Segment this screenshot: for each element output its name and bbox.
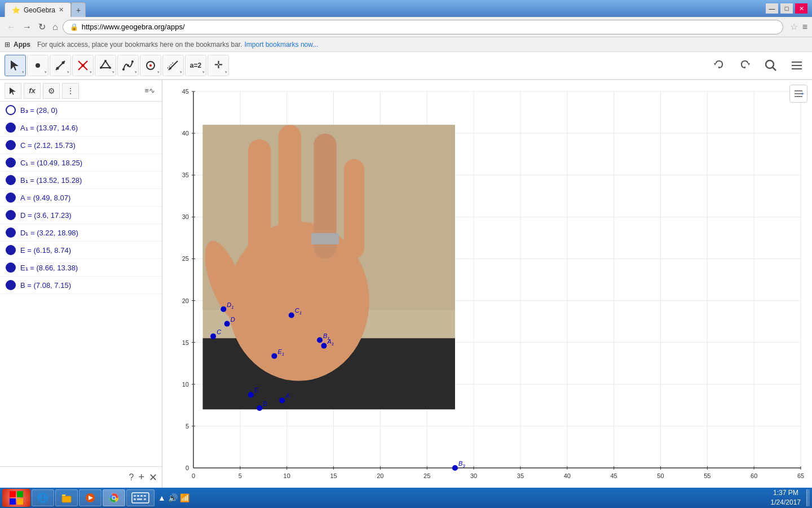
taskbar-chrome-btn[interactable] <box>103 489 125 506</box>
import-bookmarks-link[interactable]: Import bookmarks now... <box>245 41 319 49</box>
sidebar-add-area: ? + ✕ <box>0 466 162 488</box>
tool-conic[interactable]: ▾ <box>140 55 161 76</box>
svg-text:10: 10 <box>284 472 290 479</box>
tool-point[interactable]: ▾ <box>27 55 48 76</box>
minimize-btn[interactable]: — <box>766 3 778 14</box>
tool-line[interactable]: ▾ <box>50 55 71 76</box>
undo-btn[interactable] <box>708 55 730 76</box>
reload-btn[interactable]: ↻ <box>36 20 48 33</box>
svg-point-11 <box>100 67 102 69</box>
bookmark-star-btn[interactable]: ☆ <box>790 21 798 32</box>
sidebar-item-c1[interactable]: C₁ = (10.49, 18.25) <box>0 154 162 172</box>
taskbar-explorer-btn[interactable] <box>55 489 78 506</box>
bookmarks-hint-text: For quick access, place your bookmarks h… <box>37 41 242 49</box>
sidebar-add-object-btn[interactable]: + <box>138 471 144 483</box>
sidebar-item-b[interactable]: B = (7.08, 7.15) <box>0 277 162 294</box>
tool-intersect[interactable]: ▾ <box>72 55 94 76</box>
svg-point-3 <box>56 67 59 70</box>
tool-select[interactable]: ▾ <box>5 55 26 76</box>
close-btn[interactable]: ✕ <box>795 3 807 14</box>
tray-volume-icon[interactable]: 🔊 <box>168 493 178 502</box>
sidebar-help-btn[interactable]: ? <box>129 472 134 483</box>
data-point-c1[interactable] <box>289 312 294 318</box>
sidebar-item-e1[interactable]: E₁ = (8.66, 13.38) <box>0 259 162 277</box>
svg-point-13 <box>127 64 129 67</box>
tool-perpendicular[interactable]: ▾ <box>162 55 184 76</box>
svg-text:10: 10 <box>182 381 189 388</box>
hamburger-menu-btn[interactable] <box>786 55 807 76</box>
svg-point-16 <box>149 64 152 67</box>
redo-btn[interactable] <box>734 55 756 76</box>
sidebar-delete-btn[interactable]: ✕ <box>149 471 157 484</box>
taskbar-clock[interactable]: 1:37 PM 1/24/2017 <box>766 488 805 507</box>
forward-btn[interactable]: → <box>20 21 34 33</box>
sidebar-item-b3[interactable]: B₃ = (28, 0) <box>0 102 162 119</box>
svg-rect-116 <box>17 498 23 505</box>
data-point-a[interactable] <box>279 397 285 403</box>
data-point-d1[interactable] <box>220 306 226 312</box>
data-point-c[interactable] <box>210 334 216 339</box>
sidebar-fx-btn[interactable]: fx <box>24 83 41 99</box>
taskbar-ie-btn[interactable]: e <box>32 489 54 506</box>
url-input[interactable] <box>82 23 776 31</box>
svg-rect-130 <box>140 495 143 497</box>
graph-area[interactable]: 0510152025303540455055606505101520253035… <box>162 80 812 488</box>
svg-text:15: 15 <box>182 339 189 346</box>
tool-spline[interactable]: ▾ <box>117 55 139 76</box>
data-point-e1[interactable] <box>271 353 277 359</box>
home-btn[interactable]: ⌂ <box>50 21 60 33</box>
svg-rect-106 <box>311 233 339 244</box>
data-point-b[interactable] <box>257 405 262 411</box>
tool-slider[interactable]: a=2 ▾ <box>185 55 206 76</box>
sidebar-item-c[interactable]: C = (2.12, 15.73) <box>0 137 162 154</box>
sidebar-pointer-btn[interactable] <box>5 83 21 99</box>
sidebar-toolbar: fx ⚙ ⋮ ≡∿ <box>0 80 162 102</box>
maximize-btn[interactable]: □ <box>780 3 793 14</box>
sidebar-item-d[interactable]: D = (3.6, 17.23) <box>0 207 162 224</box>
new-tab-btn[interactable]: + <box>71 2 86 17</box>
taskbar-keyboard-btn[interactable] <box>126 489 155 506</box>
sidebar-item-a1[interactable]: A₁ = (13.97, 14.6) <box>0 119 162 137</box>
data-point-label-d: D <box>231 316 235 323</box>
main-area: fx ⚙ ⋮ ≡∿ B₃ = (28, 0)A₁ = (13.97, 14.6)… <box>0 80 812 488</box>
apps-label[interactable]: Apps <box>14 41 30 49</box>
active-tab[interactable]: ⭐ GeoGebra ✕ <box>5 2 71 17</box>
taskbar-media-btn[interactable] <box>79 489 102 506</box>
graph-canvas: 0510152025303540455055606505101520253035… <box>162 80 812 488</box>
search-btn[interactable] <box>760 55 782 76</box>
data-point-b1[interactable] <box>317 338 323 343</box>
tab-close-btn[interactable]: ✕ <box>59 6 64 14</box>
start-button[interactable] <box>2 489 30 507</box>
graph-menu-btn[interactable] <box>789 85 807 103</box>
taskbar: e <box>0 488 812 508</box>
data-point-e[interactable] <box>248 392 254 397</box>
sidebar-algebra-label: ≡∿ <box>81 86 157 95</box>
svg-text:40: 40 <box>564 472 571 479</box>
tool-move-viewport[interactable]: ✛ ▾ <box>208 55 229 76</box>
data-point-b3[interactable] <box>452 465 458 471</box>
point-dot-a1 <box>6 122 16 133</box>
sidebar-settings-btn[interactable]: ⚙ <box>43 83 60 99</box>
point-dot-d1 <box>6 227 16 238</box>
nav-bar: ← → ↻ ⌂ 🔒 ☆ ≡ <box>0 17 812 37</box>
svg-rect-107 <box>344 159 364 259</box>
tool-polygon[interactable]: ▾ <box>95 55 116 76</box>
data-point-a1[interactable] <box>321 343 326 349</box>
bookmarks-bar: ⊞ Apps For quick access, place your book… <box>0 37 812 52</box>
svg-point-23 <box>766 60 774 68</box>
back-btn[interactable]: ← <box>5 21 18 33</box>
show-desktop-btn[interactable] <box>806 489 810 506</box>
tray-arrow-icon[interactable]: ▲ <box>158 493 166 502</box>
svg-rect-133 <box>137 498 142 500</box>
svg-text:20: 20 <box>377 472 383 479</box>
tray-network-icon[interactable]: 📶 <box>180 493 189 502</box>
data-point-d[interactable] <box>224 321 230 327</box>
chrome-menu-btn[interactable]: ≡ <box>802 22 807 32</box>
svg-point-12 <box>122 68 125 71</box>
tab-area: ⭐ GeoGebra ✕ + <box>5 0 86 17</box>
sidebar-item-e[interactable]: E = (6.15, 8.74) <box>0 242 162 259</box>
sidebar-item-b1[interactable]: B₁ = (13.52, 15.28) <box>0 172 162 189</box>
sidebar-more-btn[interactable]: ⋮ <box>62 83 79 99</box>
sidebar-item-a[interactable]: A = (9.49, 8.07) <box>0 189 162 207</box>
sidebar-item-d1[interactable]: D₁ = (3.22, 18.98) <box>0 224 162 242</box>
